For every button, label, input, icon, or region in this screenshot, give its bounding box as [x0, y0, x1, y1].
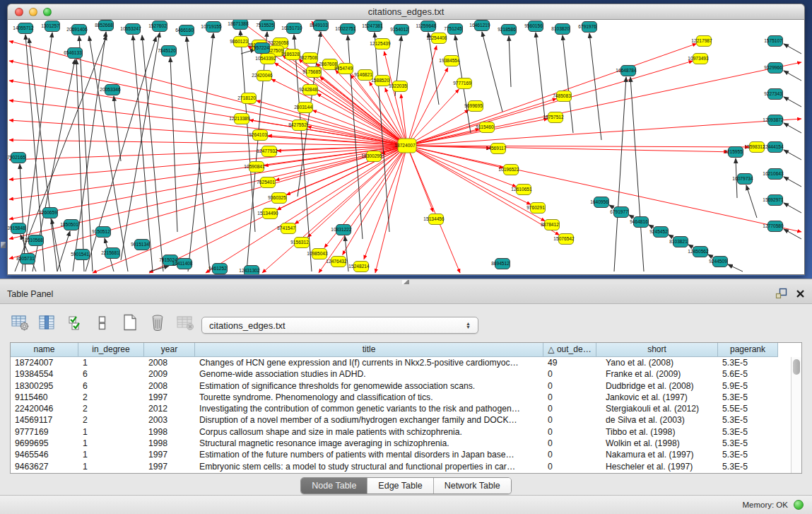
- graph-edge[interactable]: [589, 33, 601, 140]
- column-header-pagerank[interactable]: pagerank: [718, 343, 778, 357]
- column-header-out_de[interactable]: △ out_de…: [543, 343, 596, 357]
- graph-edge[interactable]: [345, 236, 348, 271]
- column-header-in_degree[interactable]: in_degree: [78, 343, 144, 357]
- graph-node-label: 15248214: [348, 264, 370, 269]
- graph-edge[interactable]: [407, 61, 693, 146]
- graph-node-label: 16648784: [616, 68, 637, 73]
- graph-edge[interactable]: [307, 146, 407, 238]
- graph-edge[interactable]: [407, 146, 801, 232]
- close-panel-button[interactable]: [796, 288, 805, 301]
- graph-edge[interactable]: [784, 229, 801, 239]
- clear-selection-button[interactable]: [93, 313, 112, 332]
- column-header-name[interactable]: name: [11, 343, 78, 357]
- table-row[interactable]: 1872400712008Changes of HCN gene express…: [11, 357, 801, 368]
- graph-edge[interactable]: [784, 123, 801, 133]
- graph-edge[interactable]: [343, 146, 407, 255]
- table-cell: 5.9E-5: [718, 380, 778, 392]
- table-mode-button[interactable]: [10, 313, 30, 332]
- table-row[interactable]: 946554611997Estimation of the future num…: [11, 449, 801, 460]
- tab-node-table[interactable]: Node Table: [301, 478, 367, 493]
- graph-edge[interactable]: [746, 185, 757, 218]
- graph-edge[interactable]: [121, 33, 160, 260]
- graph-edge[interactable]: [9, 146, 407, 199]
- graph-edge[interactable]: [728, 264, 743, 271]
- graph-edge[interactable]: [784, 71, 801, 81]
- graph-edge[interactable]: [142, 35, 163, 271]
- graph-edge[interactable]: [784, 150, 801, 160]
- graph-edge[interactable]: [784, 97, 801, 107]
- graph-node-label: 2718120: [237, 95, 256, 100]
- graph-node-label: 8103820: [551, 26, 570, 31]
- graph-edge[interactable]: [509, 36, 511, 87]
- graph-edge[interactable]: [364, 146, 407, 259]
- graph-edge[interactable]: [271, 79, 407, 146]
- graph-node-label: 9242848: [299, 87, 317, 92]
- select-all-button[interactable]: [65, 313, 85, 332]
- graph-edge[interactable]: [133, 35, 153, 271]
- graph-edge[interactable]: [187, 37, 210, 271]
- table-cell: 5.5E-5: [718, 403, 778, 414]
- graph-node-label: 1588520: [371, 78, 389, 83]
- table-cell: 22420046: [11, 403, 78, 414]
- graph-node-label: 6466160: [175, 28, 194, 33]
- graph-node-label: 8454749: [334, 66, 353, 71]
- show-columns-button[interactable]: [37, 313, 57, 332]
- graph-edge[interactable]: [630, 77, 644, 271]
- graph-edge[interactable]: [57, 231, 70, 271]
- graph-node-label: 8694512: [491, 261, 510, 266]
- table-vertical-scrollbar[interactable]: [791, 357, 801, 474]
- graph-edge[interactable]: [114, 96, 121, 161]
- graph-edge[interactable]: [79, 36, 93, 271]
- graph-node-label: 9227343: [764, 91, 782, 96]
- create-column-button[interactable]: [120, 313, 140, 332]
- graph-node-label: 1640956: [590, 199, 608, 204]
- graph-node-label: 20053346: [100, 87, 121, 92]
- graph-edge[interactable]: [170, 57, 177, 232]
- graph-edge[interactable]: [784, 203, 801, 213]
- graph-edge[interactable]: [784, 44, 801, 54]
- table-row[interactable]: 2242004622012Investigating the contribut…: [11, 403, 801, 414]
- graph-node-label: 15247381: [362, 23, 383, 28]
- graph-edge[interactable]: [407, 146, 433, 212]
- graph-node-label: 9015134: [131, 242, 149, 247]
- graph-edge[interactable]: [614, 77, 626, 271]
- table-row[interactable]: 1456911722003Disruption of a novel membe…: [11, 414, 801, 426]
- table-cell: 2003: [144, 414, 195, 426]
- column-header-short[interactable]: short: [596, 343, 718, 357]
- network-canvas[interactable]: 9860123891295423226058982750981863281054…: [7, 20, 805, 275]
- table-cell: 5.3E-5: [718, 461, 778, 472]
- graph-edge[interactable]: [319, 146, 407, 273]
- network-window-titlebar[interactable]: citations_edges.txt: [7, 4, 805, 20]
- table-row[interactable]: 977716911998Corpus callosum shape and si…: [11, 426, 801, 438]
- delete-columns-button[interactable]: [148, 313, 167, 332]
- table-row[interactable]: 969969511998Structural magnetic resonanc…: [11, 438, 801, 449]
- memory-status-indicator-icon[interactable]: [794, 500, 804, 510]
- table-panel-header: Table Panel: [0, 284, 812, 304]
- table-cell: 9777169: [11, 426, 78, 438]
- graph-edge[interactable]: [482, 32, 502, 112]
- table-select-dropdown[interactable]: citations_edges.txt ▲▼: [201, 317, 478, 334]
- graph-edge[interactable]: [317, 93, 407, 146]
- pane-resize-grip-icon[interactable]: [1, 242, 6, 248]
- table-row[interactable]: 1938455462009Genome-wide association stu…: [11, 368, 801, 380]
- float-panel-button[interactable]: [775, 288, 787, 302]
- table-row[interactable]: 1830029562008Estimation of significance …: [11, 380, 801, 392]
- table-scrollbar-thumb[interactable]: [793, 359, 800, 375]
- graph-node-label: 9329966: [764, 65, 782, 70]
- column-header-title[interactable]: title: [195, 343, 543, 357]
- graph-edge[interactable]: [9, 140, 407, 146]
- tab-edge-table[interactable]: Edge Table: [367, 478, 433, 493]
- table-row[interactable]: 911546021997Tourette syndrome. Phenomeno…: [11, 392, 801, 403]
- graph-edge[interactable]: [9, 146, 407, 219]
- table-cell: 2008: [144, 357, 195, 368]
- table-row[interactable]: 946362711997Embryonic stem cells: a mode…: [11, 461, 801, 472]
- tab-network-table[interactable]: Network Table: [434, 478, 511, 493]
- graph-node-label: 12444154: [763, 144, 784, 149]
- graph-edge[interactable]: [9, 146, 407, 160]
- graph-node-label: 6791977: [610, 209, 628, 214]
- graph-edge[interactable]: [407, 146, 545, 221]
- graph-edge[interactable]: [784, 177, 801, 187]
- graph-edge[interactable]: [407, 146, 460, 273]
- graph-edge[interactable]: [563, 35, 573, 133]
- column-header-year[interactable]: year: [144, 343, 195, 357]
